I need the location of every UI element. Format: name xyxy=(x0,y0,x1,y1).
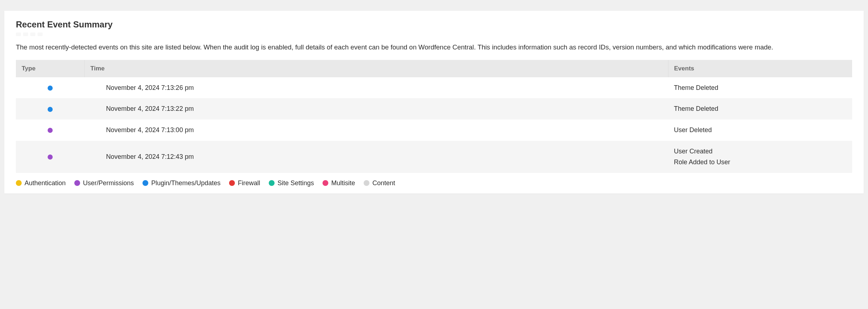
legend: AuthenticationUser/PermissionsPlugin/The… xyxy=(16,179,852,187)
column-header-type: Type xyxy=(16,60,84,77)
type-cell xyxy=(16,141,84,173)
table-row: November 4, 2024 7:13:26 pmTheme Deleted xyxy=(16,77,852,99)
events-cell: Theme Deleted xyxy=(668,98,852,119)
event-summary-card: Recent Event Summary The most recently-d… xyxy=(4,11,864,193)
legend-label: Content xyxy=(372,179,395,187)
events-cell: User CreatedRole Added to User xyxy=(668,141,852,173)
table-row: November 4, 2024 7:13:22 pmTheme Deleted xyxy=(16,98,852,119)
type-dot-icon xyxy=(48,107,53,112)
event-label: User Created xyxy=(674,146,846,157)
type-cell xyxy=(16,77,84,99)
event-label: Role Added to User xyxy=(674,157,846,168)
legend-dot-icon xyxy=(74,180,80,186)
type-dot-icon xyxy=(48,154,53,160)
legend-item: Firewall xyxy=(229,179,260,187)
table-header-row: Type Time Events xyxy=(16,60,852,77)
page-description: The most recently-detected events on thi… xyxy=(16,43,852,52)
legend-item: Content xyxy=(364,179,395,187)
legend-item: User/Permissions xyxy=(74,179,134,187)
meta-icon xyxy=(38,32,43,36)
meta-icon xyxy=(23,32,28,36)
time-cell: November 4, 2024 7:12:43 pm xyxy=(84,141,668,173)
meta-icon xyxy=(30,32,35,36)
column-header-events: Events xyxy=(668,60,852,77)
legend-item: Authentication xyxy=(16,179,66,187)
legend-dot-icon xyxy=(229,180,235,186)
event-label: User Deleted xyxy=(674,125,846,136)
type-dot-icon xyxy=(48,86,53,91)
time-cell: November 4, 2024 7:13:00 pm xyxy=(84,119,668,141)
legend-label: Plugin/Themes/Updates xyxy=(151,179,220,187)
legend-label: User/Permissions xyxy=(83,179,134,187)
legend-label: Site Settings xyxy=(277,179,314,187)
type-cell xyxy=(16,119,84,141)
event-label: Theme Deleted xyxy=(674,103,846,114)
type-cell xyxy=(16,98,84,119)
page-title: Recent Event Summary xyxy=(16,19,852,30)
events-cell: Theme Deleted xyxy=(668,77,852,99)
legend-dot-icon xyxy=(364,180,369,186)
legend-item: Multisite xyxy=(323,179,355,187)
column-header-time: Time xyxy=(84,60,668,77)
legend-dot-icon xyxy=(323,180,328,186)
table-row: November 4, 2024 7:13:00 pmUser Deleted xyxy=(16,119,852,141)
legend-dot-icon xyxy=(143,180,148,186)
legend-dot-icon xyxy=(16,180,22,186)
legend-item: Site Settings xyxy=(269,179,314,187)
events-table: Type Time Events November 4, 2024 7:13:2… xyxy=(16,60,852,173)
table-row: November 4, 2024 7:12:43 pmUser CreatedR… xyxy=(16,141,852,173)
meta-icon xyxy=(16,32,21,36)
legend-label: Firewall xyxy=(238,179,260,187)
legend-label: Authentication xyxy=(25,179,66,187)
type-dot-icon xyxy=(48,128,53,133)
time-cell: November 4, 2024 7:13:26 pm xyxy=(84,77,668,99)
title-meta-icons xyxy=(16,32,852,36)
time-cell: November 4, 2024 7:13:22 pm xyxy=(84,98,668,119)
event-label: Theme Deleted xyxy=(674,82,846,93)
legend-label: Multisite xyxy=(331,179,355,187)
events-cell: User Deleted xyxy=(668,119,852,141)
legend-dot-icon xyxy=(269,180,275,186)
legend-item: Plugin/Themes/Updates xyxy=(143,179,220,187)
